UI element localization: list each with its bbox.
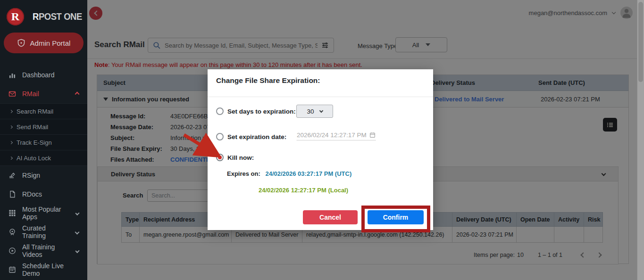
- option-label: Kill now:: [227, 154, 254, 161]
- sidebar-item-all-training-videos[interactable]: All Training Videos: [0, 241, 87, 260]
- option-label: Set days to expiration:: [227, 108, 296, 115]
- sidebar-item-curated-training[interactable]: Curated Training: [0, 222, 87, 241]
- sidebar-item-most-popular-apps[interactable]: Most Popular Apps: [0, 204, 87, 222]
- dialog-title: Change File Share Expiration:: [216, 76, 320, 85]
- scrollbar-thumb[interactable]: [638, 2, 643, 82]
- sidebar-item-ai-auto-lock[interactable]: AI Auto Lock: [0, 150, 87, 165]
- cancel-button[interactable]: Cancel: [303, 210, 358, 224]
- radio-kill-now[interactable]: [216, 154, 224, 161]
- play-circle-icon: [8, 247, 16, 255]
- chevron-up-icon: [75, 91, 80, 96]
- confirm-button[interactable]: Confirm: [368, 210, 424, 224]
- sidebar-item-label: Most Popular Apps: [22, 206, 70, 221]
- rmail-submenu: Search RMail Send RMail Track E-Sign AI …: [0, 103, 87, 166]
- sidebar-item-label: AI Auto Lock: [17, 155, 51, 162]
- brand-text: RPOST ONE: [33, 11, 82, 22]
- admin-portal-label: Admin Portal: [30, 39, 71, 47]
- sidebar-item-label: RMail: [22, 90, 39, 98]
- sidebar-item-dashboard[interactable]: Dashboard: [0, 66, 87, 84]
- sidebar-item-label: RDocs: [22, 190, 42, 198]
- sidebar-item-track-esign[interactable]: Track E-Sign: [0, 134, 87, 150]
- sidebar-item-rdocs[interactable]: RDocs: [0, 185, 87, 204]
- radio-set-days[interactable]: [216, 107, 224, 115]
- change-expiration-dialog: Change File Share Expiration: Set days t…: [208, 69, 433, 230]
- chevron-down-icon: [75, 248, 79, 253]
- scrollbar[interactable]: [637, 0, 644, 280]
- option-kill-now: Kill now:: [216, 150, 425, 165]
- sidebar-item-label: Dashboard: [22, 71, 55, 79]
- mail-icon: [8, 90, 16, 98]
- sidebar-item-label: All Training Videos: [22, 243, 70, 258]
- brand-logo: R RPOST ONE: [0, 0, 87, 25]
- chevron-down-icon: [319, 108, 323, 112]
- option-set-days: Set days to expiration: 30: [216, 104, 425, 118]
- expires-local-value: 24/02/2026 12:27:17 PM (Local): [259, 187, 348, 194]
- sidebar-item-label: RSign: [22, 172, 40, 179]
- calendar-icon: [369, 132, 376, 138]
- sidebar-item-label: Curated Training: [22, 224, 69, 239]
- sidebar-item-label: Search RMail: [17, 108, 53, 115]
- grid-icon: [8, 209, 16, 217]
- sidebar-item-search-rmail[interactable]: Search RMail: [0, 103, 87, 119]
- calendar-icon: [8, 266, 16, 273]
- sidebar: R RPOST ONE Admin Portal Dashboard RMail…: [0, 0, 87, 280]
- dialog-divider: [208, 97, 433, 97]
- sidebar-menu: Dashboard RMail Search RMail Send RMail …: [0, 66, 87, 279]
- expires-label: Expires on:: [227, 170, 260, 177]
- document-icon: [8, 190, 16, 198]
- expires-on-row: Expires on: 24/02/2026 03:27:17 PM (UTC): [227, 170, 351, 177]
- sidebar-item-rsign[interactable]: RSign: [0, 166, 87, 185]
- main-content: megan@northendassoc.com Search RMail Mes…: [87, 0, 644, 280]
- days-select[interactable]: 30: [296, 105, 333, 118]
- option-label: Set expiration date:: [227, 133, 286, 140]
- signature-icon: [8, 172, 16, 179]
- admin-portal-button[interactable]: Admin Portal: [4, 33, 84, 53]
- brand-rest: POST ONE: [39, 11, 82, 22]
- sidebar-item-rmail[interactable]: RMail: [0, 84, 87, 103]
- expires-utc-value: 24/02/2026 03:27:17 PM (UTC): [265, 170, 351, 177]
- option-set-date: Set expiration date: 2026/02/24 12:27:17…: [216, 130, 425, 144]
- sidebar-item-label: Schedule Live Demo: [22, 262, 79, 277]
- shield-icon: [17, 39, 25, 47]
- chevron-down-icon: [75, 211, 79, 215]
- rpost-logo-icon: R: [7, 8, 24, 25]
- expiration-date-field[interactable]: 2026/02/24 12:27:17 PM: [297, 132, 376, 140]
- sidebar-item-label: Track E-Sign: [17, 139, 52, 146]
- dashboard-icon: [8, 71, 16, 79]
- chevron-right-icon: [9, 125, 13, 128]
- radio-set-date[interactable]: [216, 133, 224, 140]
- chevron-right-icon: [9, 140, 13, 144]
- brand-letter: R: [33, 11, 39, 22]
- sidebar-item-label: Send RMail: [17, 124, 48, 131]
- chevron-down-icon: [75, 230, 80, 234]
- curated-training-icon: [8, 228, 16, 236]
- chevron-right-icon: [9, 109, 13, 113]
- expiration-date-value: 2026/02/24 12:27:17 PM: [297, 132, 367, 139]
- chevron-right-icon: [9, 156, 13, 159]
- sidebar-item-schedule-live-demo[interactable]: Schedule Live Demo: [0, 260, 87, 279]
- sidebar-item-send-rmail[interactable]: Send RMail: [0, 119, 87, 134]
- days-select-value: 30: [307, 108, 314, 115]
